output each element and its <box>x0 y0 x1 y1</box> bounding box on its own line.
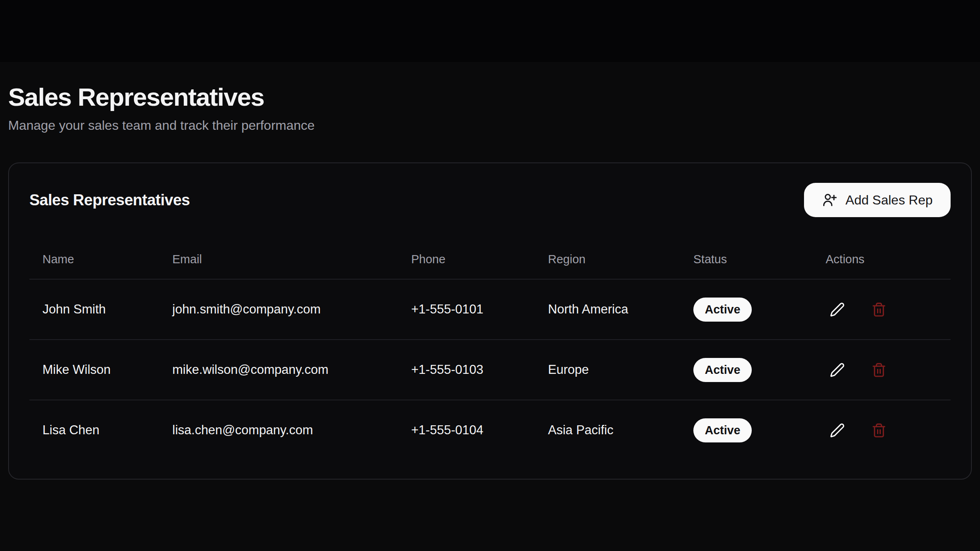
edit-button[interactable] <box>826 358 849 381</box>
add-sales-rep-button[interactable]: Add Sales Rep <box>804 183 951 217</box>
row-actions <box>826 400 938 460</box>
rep-name: John Smith <box>29 279 159 340</box>
rep-email: john.smith@company.com <box>159 279 398 340</box>
page-subtitle: Manage your sales team and track their p… <box>8 118 972 133</box>
status-badge: Active <box>693 298 752 322</box>
sales-reps-table: Name Email Phone Region Status Actions J… <box>29 240 951 460</box>
sales-reps-card: Sales Representatives Add Sales Rep <box>8 162 972 480</box>
row-actions <box>826 340 938 400</box>
rep-region: North America <box>535 279 680 340</box>
table-row: Mike Wilson mike.wilson@company.com +1-5… <box>29 340 951 400</box>
delete-button[interactable] <box>867 298 890 321</box>
rep-name: Lisa Chen <box>29 400 159 460</box>
table-header-row: Name Email Phone Region Status Actions <box>29 240 951 279</box>
delete-button[interactable] <box>867 358 890 381</box>
column-header-actions: Actions <box>813 240 951 279</box>
column-header-email: Email <box>159 240 398 279</box>
column-header-name: Name <box>29 240 159 279</box>
card-header: Sales Representatives Add Sales Rep <box>29 183 951 217</box>
table-row: Lisa Chen lisa.chen@company.com +1-555-0… <box>29 400 951 460</box>
trash-icon <box>871 362 886 378</box>
card-title: Sales Representatives <box>29 191 190 209</box>
status-badge: Active <box>693 358 752 382</box>
rep-region: Asia Pacific <box>535 400 680 460</box>
table-row: John Smith john.smith@company.com +1-555… <box>29 279 951 340</box>
rep-phone: +1-555-0101 <box>398 279 535 340</box>
rep-region: Europe <box>535 340 680 400</box>
rep-email: lisa.chen@company.com <box>159 400 398 460</box>
column-header-region: Region <box>535 240 680 279</box>
row-actions <box>826 280 938 339</box>
edit-button[interactable] <box>826 419 849 442</box>
page-title: Sales Representatives <box>8 82 972 111</box>
edit-button[interactable] <box>826 298 849 321</box>
rep-email: mike.wilson@company.com <box>159 340 398 400</box>
pencil-icon <box>830 423 845 438</box>
rep-name: Mike Wilson <box>29 340 159 400</box>
rep-phone: +1-555-0104 <box>398 400 535 460</box>
pencil-icon <box>830 362 845 378</box>
pencil-icon <box>830 302 845 317</box>
user-plus-icon <box>822 193 837 207</box>
column-header-phone: Phone <box>398 240 535 279</box>
delete-button[interactable] <box>867 419 890 442</box>
main-content: Sales Representatives Manage your sales … <box>0 62 980 551</box>
column-header-status: Status <box>680 240 813 279</box>
trash-icon <box>871 423 886 438</box>
status-badge: Active <box>693 418 752 442</box>
trash-icon <box>871 302 886 317</box>
add-sales-rep-label: Add Sales Rep <box>846 193 933 208</box>
rep-phone: +1-555-0103 <box>398 340 535 400</box>
